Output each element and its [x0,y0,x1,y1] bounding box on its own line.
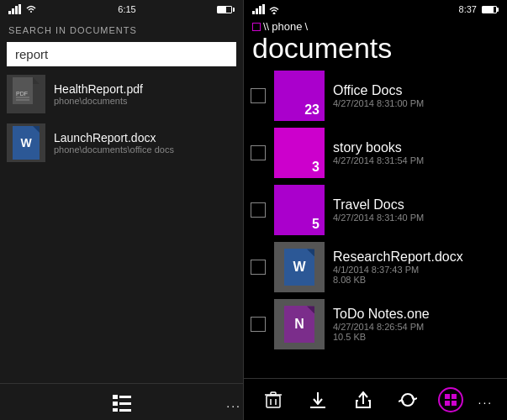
svg-rect-31 [445,401,450,406]
svg-rect-18 [259,6,261,14]
search-label: SEARCH IN DOCUMENTS [0,18,243,39]
search-value: report [15,47,48,61]
folder-date-3: 4/1/2014 8:37:43 PM [333,265,500,275]
folder-info-0: Office Docs 4/27/2014 8:31:00 PM [333,83,500,108]
svg-rect-19 [262,4,265,14]
result-name-1: LaunchReport.docx [54,131,174,144]
folder-item-3[interactable]: W ResearchReport.docx 4/1/2014 8:37:43 P… [244,239,507,296]
left-bottom-bar: ... [0,383,243,420]
share-icon[interactable] [348,385,378,415]
svg-rect-14 [119,402,131,405]
left-panel: 6:15 SEARCH IN DOCUMENTS report PDF [0,0,244,420]
folder-thumb-1: 3 [274,128,325,178]
right-panel: 8:37 \\ phone \ documents 23 Office Docs… [244,0,507,420]
breadcrumb-square-icon [252,23,261,31]
folder-info-1: story books 4/27/2014 8:31:54 PM [333,140,500,165]
right-time: 8:37 [459,4,477,14]
svg-rect-12 [113,408,118,412]
svg-rect-30 [452,394,457,399]
folder-info-4: ToDo Notes.one 4/27/2014 8:26:54 PM 10.5… [333,307,500,342]
svg-rect-15 [119,409,131,412]
folder-checkbox-1[interactable] [251,145,266,160]
folder-date-4: 4/27/2014 8:26:54 PM [333,322,500,332]
folder-info-3: ResearchReport.docx 4/1/2014 8:37:43 PM … [333,249,500,285]
folder-list: 23 Office Docs 4/27/2014 8:31:00 PM 3 st… [244,67,507,378]
right-file-icon-4: N [274,299,325,349]
folder-checkbox-4[interactable] [251,317,266,332]
pdf-file-icon: PDF [13,77,40,111]
folder-item-2[interactable]: 5 Travel Docs 4/27/2014 8:31:40 PM [244,181,507,239]
right-signal-icon [252,4,266,14]
right-battery-icon [482,6,499,13]
folder-checkbox-3[interactable] [251,260,266,275]
delete-icon[interactable] [258,385,288,415]
svg-rect-21 [267,396,280,407]
right-one-icon: N [284,306,314,343]
folder-name-2: Travel Docs [333,197,500,213]
svg-rect-32 [452,401,457,406]
result-item-0[interactable]: PDF HealthReport.pdf phone\documents [0,70,243,118]
right-more-button[interactable]: ... [478,393,494,407]
folder-item-0[interactable]: 23 Office Docs 4/27/2014 8:31:00 PM [244,67,507,124]
right-bottom-bar: ... [244,378,507,420]
folder-size-3: 8.08 KB [333,275,500,285]
svg-rect-2 [15,6,18,14]
page-title: documents [244,33,507,67]
list-view-icon[interactable] [107,387,137,417]
left-battery-icon [217,6,235,13]
pdf-icon-container: PDF [7,75,45,113]
folder-checkbox-2[interactable] [251,202,266,218]
folder-date-0: 4/27/2014 8:31:00 PM [333,98,500,108]
folder-checkbox-0[interactable] [251,88,266,103]
sync-icon[interactable] [393,385,423,415]
svg-rect-29 [445,394,450,399]
result-path-1: phone\documents\office docs [54,144,174,155]
right-status-bar: 8:37 [244,0,507,18]
folder-name-0: Office Docs [333,83,500,98]
svg-rect-1 [12,8,14,14]
signal-icon [8,4,22,14]
docx-file-icon: W [13,126,40,160]
svg-rect-16 [252,11,255,14]
folder-item-4[interactable]: N ToDo Notes.one 4/27/2014 8:26:54 PM 10… [244,296,507,353]
folder-thumb-0: 23 [274,71,325,121]
folder-count-0: 23 [304,102,320,118]
folder-name-1: story books [333,140,500,155]
left-more-button[interactable]: ... [226,396,241,410]
folder-size-4: 10.5 KB [333,332,500,342]
results-list: PDF HealthReport.pdf phone\documents W L… [0,70,243,383]
download-icon[interactable] [303,385,333,415]
result-info-0: HealthReport.pdf phone\documents [54,82,143,106]
breadcrumb-sep2: \ [304,20,308,33]
left-time: 6:15 [118,4,135,14]
svg-rect-0 [8,11,11,14]
right-wifi-icon [268,6,280,14]
svg-point-20 [273,13,276,15]
folder-thumb-2: 5 [274,185,325,235]
folder-count-2: 5 [312,217,320,232]
right-signal-icons [252,4,280,14]
folder-date-1: 4/27/2014 8:31:54 PM [333,155,500,165]
right-status-right: 8:37 [459,4,499,14]
result-path-0: phone\documents [54,96,143,106]
svg-rect-17 [256,8,258,14]
svg-rect-11 [113,402,118,406]
search-box[interactable]: report [7,42,236,66]
svg-rect-13 [119,396,131,398]
svg-rect-23 [271,392,276,395]
breadcrumb-sep1: \\ [263,20,269,33]
result-item-1[interactable]: W LaunchReport.docx phone\documents\offi… [0,118,243,167]
result-info-1: LaunchReport.docx phone\documents\office… [54,131,174,155]
breadcrumb: \\ phone \ [244,18,507,33]
folder-date-2: 4/27/2014 8:31:40 PM [333,213,500,223]
folder-count-1: 3 [312,160,320,175]
right-file-icon-3: W [274,242,325,292]
breadcrumb-phone-link[interactable]: phone [272,20,302,33]
folder-item-1[interactable]: 3 story books 4/27/2014 8:31:54 PM [244,124,507,181]
svg-text:PDF: PDF [16,91,28,97]
left-signal-icons [8,4,37,14]
svg-rect-10 [113,395,118,399]
app-icon[interactable] [438,387,463,412]
wifi-icon [25,5,37,13]
right-docx-icon: W [284,249,314,286]
